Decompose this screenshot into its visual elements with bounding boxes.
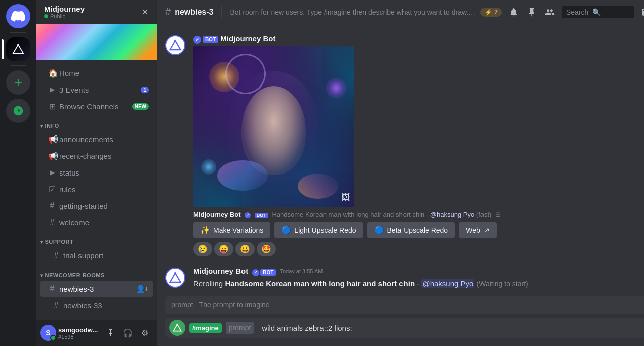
- server-divider-2: [10, 65, 26, 66]
- browse-channels-button[interactable]: ⊞ Browse Channels NEW: [40, 98, 153, 114]
- generated-image[interactable]: 🖼: [193, 46, 354, 207]
- category-label-support: SUPPORT: [45, 239, 74, 245]
- pin-button[interactable]: [526, 6, 538, 18]
- microphone-button[interactable]: 🎙: [103, 325, 119, 341]
- message-group-1: ✓ BOT Midjourney Bot: [157, 32, 644, 261]
- explore-servers-button[interactable]: ⊕: [6, 99, 30, 123]
- mention-haksung: @haksung Pyo: [430, 211, 474, 218]
- channel-welcome[interactable]: # welcome: [40, 214, 153, 230]
- category-label-newcomer: NEWCOMER ROOMS: [45, 272, 105, 278]
- inbox-button[interactable]: [640, 6, 644, 18]
- chevron-down-icon: ✕: [141, 7, 149, 18]
- channel-status[interactable]: ▶ status: [40, 164, 153, 181]
- bot-avatar-2: [165, 268, 185, 288]
- message-input[interactable]: [258, 321, 644, 335]
- light-upscale-label: Light Upscale Redo: [294, 226, 356, 234]
- verified-check-icon: ✓ BOT: [193, 36, 218, 44]
- svg-point-3: [174, 40, 176, 42]
- search-icon: 🔍: [592, 8, 601, 16]
- settings-button[interactable]: ⚙: [137, 325, 153, 341]
- discord-home-button[interactable]: [6, 4, 30, 28]
- events-button[interactable]: ▶ 3 Events 1: [40, 81, 153, 98]
- add-server-button[interactable]: +: [6, 70, 30, 95]
- members-button[interactable]: [544, 6, 556, 18]
- reaction-starstruck[interactable]: 🤩: [257, 242, 276, 256]
- message-header-1: ✓ BOT Midjourney Bot: [193, 34, 644, 44]
- svg-text:⊕: ⊕: [16, 109, 20, 114]
- mention-haksung-2: @haksung Pyo: [421, 279, 474, 288]
- server-header[interactable]: Midjourney Public ✕: [36, 0, 157, 24]
- user-avatar: S: [40, 325, 56, 341]
- web-button[interactable]: Web ↗: [459, 222, 497, 238]
- slash-command-label: /imagine: [189, 323, 222, 333]
- svg-point-4: [174, 272, 176, 274]
- category-newcomer[interactable]: ▾ NEWCOMER ROOMS: [36, 264, 157, 280]
- hash-icon-getting-started: #: [48, 201, 56, 210]
- light-upscale-redo-button[interactable]: 🔵 Light Upscale Redo: [274, 222, 363, 238]
- bot-username-2: Midjourney Bot ✓ BOT: [193, 267, 276, 276]
- category-info[interactable]: ▾ INFO: [36, 115, 157, 131]
- channel-getting-started[interactable]: # getting-started: [40, 198, 153, 214]
- petal-2: [298, 174, 338, 199]
- home-button[interactable]: 🏠 Home: [40, 65, 153, 81]
- hash-icon-status: ▶: [48, 169, 56, 176]
- boost-count: 7: [494, 9, 498, 16]
- prompt-label: prompt: [165, 296, 199, 314]
- midjourney-server-icon[interactable]: [6, 37, 30, 61]
- bot-badge-inline: BOT: [255, 213, 268, 218]
- sparkles-icon: ✨: [200, 225, 210, 235]
- external-link-icon: ↗: [484, 226, 490, 234]
- beta-upscale-icon: 🔵: [374, 225, 384, 235]
- petal-1: [217, 160, 268, 191]
- image-expand-icon: 🖼: [341, 192, 350, 203]
- channel-recent-changes[interactable]: 📢 recent-changes: [40, 148, 153, 164]
- bot-name-inline: Midjourney Bot: [193, 211, 241, 218]
- make-variations-button[interactable]: ✨ Make Variations: [193, 222, 270, 238]
- server-banner: [36, 24, 157, 60]
- events-badge: 1: [141, 86, 149, 93]
- orb-3: [201, 159, 216, 175]
- prompt-hint-bar: prompt The prompt to imagine: [165, 296, 644, 314]
- message-image-caption: Midjourney Bot ✓ BOT Handsome Korean man…: [193, 211, 644, 219]
- message-content-2: Midjourney Bot ✓ BOT Today at 3:55 AM Re…: [193, 267, 644, 289]
- reaction-grin[interactable]: 😀: [235, 242, 255, 256]
- bot-badge-2: BOT: [260, 269, 276, 276]
- channel-trial-support[interactable]: # trial-support: [40, 247, 153, 264]
- reaction-tongue[interactable]: 😛: [214, 242, 233, 256]
- message-header-2: Midjourney Bot ✓ BOT Today at 3:55 AM: [193, 267, 644, 276]
- bot-avatar-1: [165, 35, 185, 55]
- orb-2: [326, 78, 346, 98]
- channel-announcements[interactable]: 📢 announcements: [40, 131, 153, 147]
- search-placeholder: Search: [566, 8, 588, 16]
- channel-newbies-3[interactable]: # newbies-3 👤+: [40, 281, 153, 297]
- bold-prompt-text: Handsome Korean man with long hair and s…: [225, 279, 415, 288]
- channel-rules[interactable]: ☑ rules: [40, 181, 153, 197]
- notification-bell-button[interactable]: [508, 6, 520, 18]
- reaction-sad[interactable]: 😢: [193, 242, 212, 256]
- emoji-reactions: 😢 😛 😀 🤩: [193, 242, 644, 256]
- image-icon-btn[interactable]: ⊞: [495, 211, 501, 218]
- light-upscale-icon: 🔵: [281, 225, 291, 235]
- boost-icon: ⚡: [485, 9, 492, 16]
- category-support[interactable]: ▾ SUPPORT: [36, 231, 157, 247]
- message-input-area: /imagine prompt 🙂: [157, 318, 644, 346]
- image-description-text: Handsome Korean man with long hair and s…: [272, 211, 491, 218]
- beta-upscale-redo-button[interactable]: 🔵 Beta Upscale Redo: [367, 222, 455, 238]
- user-info: samgoodw... #1598: [58, 326, 101, 340]
- main-content: # newbies-3 Bot room for new users. Type…: [157, 0, 644, 346]
- svg-point-0: [17, 44, 19, 46]
- bot-verified-icon: ✓: [193, 36, 201, 44]
- channel-newbies-33[interactable]: # newbies-33: [40, 297, 153, 313]
- headphone-button[interactable]: 🎧: [120, 325, 136, 341]
- search-bar[interactable]: Search 🔍: [562, 6, 634, 18]
- channel-list: 🏠 Home ▶ 3 Events 1 ⊞ Browse Channels NE…: [36, 60, 157, 320]
- user-tag: #1598: [58, 334, 101, 340]
- verified-icon-2: ✓: [252, 269, 259, 276]
- rules-icon: ☑: [48, 185, 56, 194]
- web-label: Web: [466, 226, 480, 234]
- svg-point-5: [176, 324, 178, 325]
- add-member-icon: 👤+: [136, 285, 149, 293]
- prompt-hint: The prompt to imagine: [199, 296, 644, 314]
- megaphone-icon-2: 📢: [48, 151, 56, 161]
- channel-header-name: newbies-3: [175, 8, 213, 17]
